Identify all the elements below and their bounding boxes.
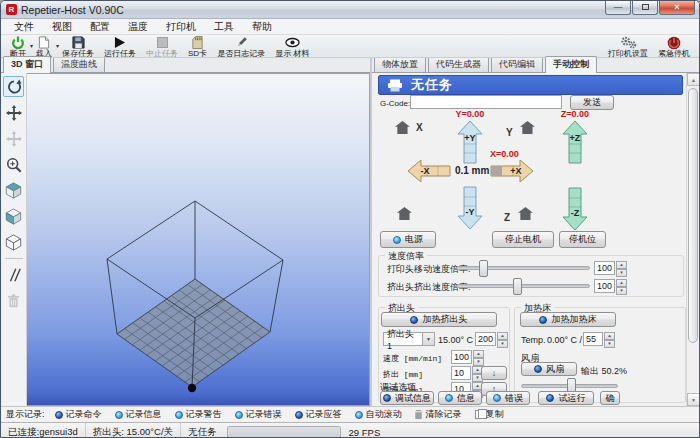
stop-icon [157,36,168,49]
extrude-spinner: 10 ▲▼ [451,366,483,380]
front-view-button[interactable] [3,206,24,227]
move-view-button[interactable] [3,102,24,123]
print-bed-wireframe [27,74,370,405]
send-gcode-button[interactable]: 发送 [570,95,614,110]
toggle-log-commands[interactable]: 记录命令 [55,408,102,421]
extrude-label: 挤出 [mm] [383,369,423,380]
bed-temp-target[interactable]: 55 [583,332,603,346]
maximize-button[interactable] [632,1,658,15]
menu-temperature[interactable]: 温度 [119,19,157,35]
flowrate-slider[interactable] [456,284,590,288]
feedrate-slider-thumb[interactable] [479,260,488,277]
power-icon [11,36,25,49]
view-toolbar [1,73,27,406]
show-filament-button[interactable]: 显示 材料 [270,36,314,58]
combo-arrow-icon: ▼ [422,333,434,345]
load-button[interactable]: ▾ 载入 [31,36,57,58]
home-z-button[interactable] [518,207,533,220]
menu-help[interactable]: 帮助 [243,19,281,35]
spinner-arrows[interactable]: ▲▼ [604,332,615,346]
spinner-arrows[interactable]: ▲▼ [497,332,508,346]
minimize-button[interactable]: — [605,1,631,15]
flowrate-value[interactable]: 100 [594,279,615,293]
menu-printer[interactable]: 打印机 [157,19,205,35]
move-plus-z-button[interactable]: +Z [562,120,588,164]
printer-settings-button[interactable]: 打印机设置 [603,36,653,58]
run-job-button[interactable]: 运行任务 [99,36,141,58]
tab-object-placement[interactable]: 物体放置 [374,56,426,72]
sd-card-button[interactable]: SD卡 [183,36,212,58]
close-button[interactable]: × [659,1,695,15]
gears-icon [620,36,637,49]
parallel-projection-button[interactable] [3,264,24,285]
tab-slicer[interactable]: 代码生成器 [428,56,489,72]
debug-echo-button[interactable]: 调试信息 [380,391,434,405]
toggle-log-infos[interactable]: 记录信息 [115,408,162,421]
3d-viewport[interactable] [27,73,370,406]
ok-button[interactable]: 确 [600,391,620,405]
toggle-log-ack[interactable]: 记录应答 [295,408,342,421]
extrude-value[interactable]: 10 [451,366,471,380]
tab-gcode-editor[interactable]: 代码编辑 [491,56,543,72]
gcode-input[interactable] [410,95,562,109]
delete-object-button [3,290,24,311]
move-plus-y-button[interactable]: +Y [457,120,483,164]
move-plus-x-button[interactable]: +X [490,159,534,183]
emergency-stop-button[interactable]: 紧急停机 [653,36,695,58]
save-job-button[interactable]: 保存任务 [57,36,99,58]
tab-manual-control[interactable]: 手动控制 [545,56,597,73]
move-object-button [3,128,24,149]
scrollbar-thumb[interactable] [688,88,698,343]
top-view-button[interactable] [3,232,24,253]
feedrate-slider[interactable] [456,266,590,270]
scroll-up-icon[interactable]: ▲ [687,73,700,86]
panel-scrollbar[interactable]: ▲ ▼ [686,73,699,406]
spinner-arrows[interactable]: ▲▼ [473,350,484,364]
copy-icon [475,410,483,419]
spinner-arrows[interactable]: ▲▼ [616,261,627,275]
extruder-selector[interactable]: 挤出头 1 ▼ [383,332,435,346]
extrude-button[interactable]: ↓ [481,366,507,380]
home-y-button[interactable] [520,121,535,134]
title-bar[interactable]: R Repetier-Host V0.90C — × [1,1,699,19]
toggle-autoscroll[interactable]: 自动滚动 [355,408,402,421]
feedrate-value[interactable]: 100 [594,261,615,275]
toggle-log-button[interactable]: 是否日志记录 [212,36,270,58]
fan-button[interactable]: 风扇 [521,362,577,376]
heat-bed-button[interactable]: 加热加热床 [520,312,616,327]
stop-motor-button[interactable]: 停止电机 [492,231,554,248]
move-minus-y-button[interactable]: -Y [457,186,483,230]
origin-marker [188,384,196,392]
menu-tools[interactable]: 工具 [205,19,243,35]
heat-extruder-button[interactable]: 加热挤出头 [381,312,497,327]
toggle-log-warnings[interactable]: 记录警告 [175,408,222,421]
fan-output-label: 输出 50.2% [581,365,627,378]
menu-file[interactable]: 文件 [5,19,43,35]
isometric-view-button[interactable] [3,180,24,201]
spinner-arrows[interactable]: ▲▼ [616,279,627,293]
extruder-speed-value[interactable]: 100 [451,350,472,364]
home-all-button[interactable] [397,207,412,220]
extruder-temp-target[interactable]: 200 [475,332,496,346]
zoom-view-button[interactable] [3,154,24,175]
clear-log-button[interactable]: 清除记录 [415,408,462,421]
park-button[interactable]: 停机位 [559,231,606,248]
power-button[interactable]: 电源 [380,231,436,248]
flowrate-slider-thumb[interactable] [513,278,522,295]
menu-config[interactable]: 配置 [81,19,119,35]
copy-log-button[interactable]: 复制 [475,408,504,421]
disconnect-button[interactable]: ▾ 断开 [5,36,31,58]
toggle-log-errors[interactable]: 记录错误 [235,408,282,421]
tab-temperature-curve[interactable]: 温度曲线 [53,56,105,72]
menu-view[interactable]: 视图 [43,19,81,35]
debug-info-button[interactable]: 信息 [438,391,482,405]
tab-3d-window[interactable]: 3D 窗口 [3,56,51,73]
move-minus-x-button[interactable]: -X [407,159,451,183]
dry-run-button[interactable]: 试运行 [538,391,594,405]
home-x-button[interactable] [395,121,410,134]
fan-slider[interactable] [521,384,618,388]
move-minus-z-button[interactable]: -Z [562,187,588,231]
rotate-view-button[interactable] [3,76,24,97]
scroll-down-icon[interactable]: ▼ [687,393,700,406]
debug-errors-button[interactable]: 错误 [486,391,530,405]
